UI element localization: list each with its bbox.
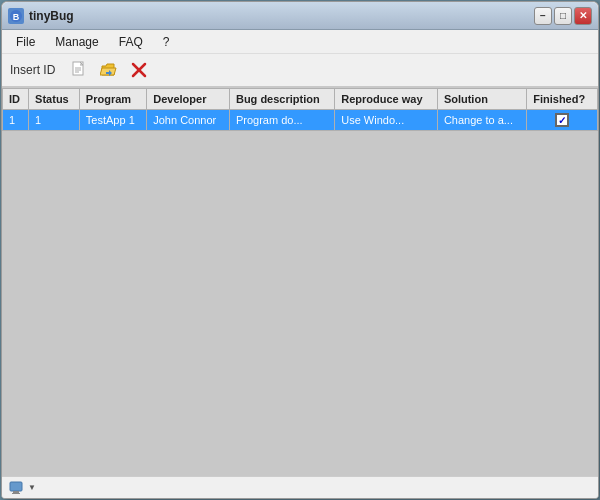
cell-developer: John Connor bbox=[147, 110, 230, 131]
new-icon bbox=[70, 61, 88, 79]
col-id: ID bbox=[3, 89, 29, 110]
open-icon bbox=[100, 61, 118, 79]
delete-button[interactable] bbox=[127, 58, 151, 82]
cell-status: 1 bbox=[29, 110, 80, 131]
title-bar-left: B tinyBug bbox=[8, 8, 74, 24]
toolbar-label: Insert ID bbox=[10, 63, 55, 77]
menu-bar: File Manage FAQ ? bbox=[2, 30, 598, 54]
table-area: ID Status Program Developer Bug descript… bbox=[2, 88, 598, 476]
close-button[interactable]: ✕ bbox=[574, 7, 592, 25]
svg-rect-9 bbox=[10, 482, 22, 491]
status-dropdown-arrow[interactable]: ▼ bbox=[28, 483, 36, 492]
new-button[interactable] bbox=[67, 58, 91, 82]
col-bug-description: Bug description bbox=[229, 89, 334, 110]
svg-rect-10 bbox=[13, 491, 19, 493]
svg-rect-11 bbox=[12, 493, 20, 494]
title-bar: B tinyBug − □ ✕ bbox=[2, 2, 598, 30]
checkbox-checked-icon: ✓ bbox=[555, 113, 569, 127]
col-finished: Finished? bbox=[527, 89, 598, 110]
cell-id: 1 bbox=[3, 110, 29, 131]
menu-file[interactable]: File bbox=[8, 33, 43, 51]
monitor-icon bbox=[9, 481, 23, 495]
open-button[interactable] bbox=[97, 58, 121, 82]
col-status: Status bbox=[29, 89, 80, 110]
cell-bug_description: Program do... bbox=[229, 110, 334, 131]
title-bar-buttons: − □ ✕ bbox=[534, 7, 592, 25]
minimize-button[interactable]: − bbox=[534, 7, 552, 25]
cell-program: TestApp 1 bbox=[79, 110, 146, 131]
table-row[interactable]: 11TestApp 1John ConnorProgram do...Use W… bbox=[3, 110, 598, 131]
window-title: tinyBug bbox=[29, 9, 74, 23]
status-icon bbox=[8, 480, 24, 496]
maximize-button[interactable]: □ bbox=[554, 7, 572, 25]
table-body: 11TestApp 1John ConnorProgram do...Use W… bbox=[3, 110, 598, 131]
col-program: Program bbox=[79, 89, 146, 110]
bug-table: ID Status Program Developer Bug descript… bbox=[2, 88, 598, 131]
cell-reproduce_way: Use Windo... bbox=[335, 110, 438, 131]
table-header-row: ID Status Program Developer Bug descript… bbox=[3, 89, 598, 110]
menu-help[interactable]: ? bbox=[155, 33, 178, 51]
col-reproduce-way: Reproduce way bbox=[335, 89, 438, 110]
main-window: B tinyBug − □ ✕ File Manage FAQ ? Insert… bbox=[1, 1, 599, 499]
cell-solution: Change to a... bbox=[437, 110, 526, 131]
delete-icon bbox=[130, 61, 148, 79]
cell-finished[interactable]: ✓ bbox=[527, 110, 598, 131]
col-solution: Solution bbox=[437, 89, 526, 110]
toolbar: Insert ID bbox=[2, 54, 598, 88]
svg-text:B: B bbox=[13, 12, 20, 22]
menu-manage[interactable]: Manage bbox=[47, 33, 106, 51]
menu-faq[interactable]: FAQ bbox=[111, 33, 151, 51]
col-developer: Developer bbox=[147, 89, 230, 110]
app-icon: B bbox=[8, 8, 24, 24]
status-bar: ▼ bbox=[2, 476, 598, 498]
